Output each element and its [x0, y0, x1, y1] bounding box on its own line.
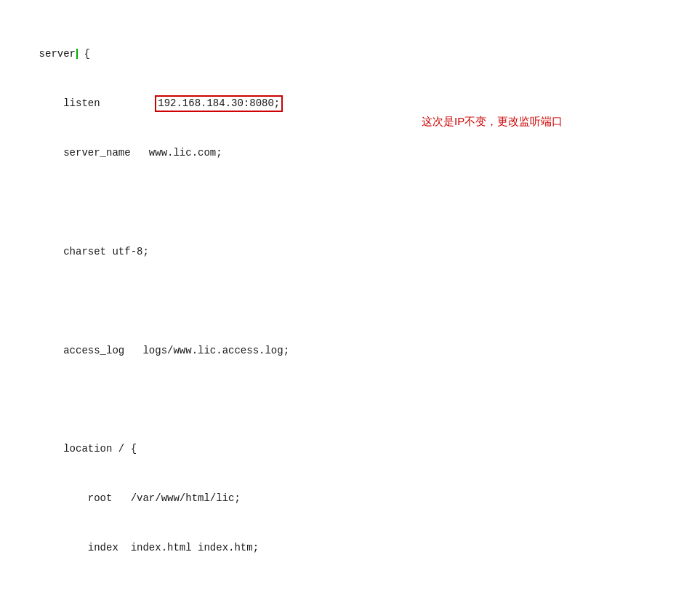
blank2	[15, 293, 669, 310]
code-container: server { listen 192.168.184.30:8080; ser…	[15, 7, 669, 616]
server1-root1: root /var/www/html/lic;	[15, 490, 669, 507]
annotation-text: 这次是IP不变，更改监听端口	[422, 115, 563, 129]
server1-listen-line: listen 192.168.184.30:8080;	[15, 95, 669, 113]
blank1	[15, 194, 669, 211]
server1-index1: index index.html index.htm;	[15, 540, 669, 556]
server1-accesslog-line: access_log logs/www.lic.access.log;	[15, 343, 669, 359]
blank4	[15, 589, 669, 606]
server1-charset-line: charset utf-8;	[15, 244, 669, 260]
cursor	[76, 49, 78, 59]
server1-location1-open: location / {	[15, 441, 669, 457]
blank3	[15, 391, 669, 408]
server1-servername-line: server_name www.lic.com;	[15, 145, 669, 161]
server1-listen-value: 192.168.184.30:8080;	[155, 95, 283, 113]
server1-open-line: server {	[15, 46, 669, 63]
server1-block: server { listen 192.168.184.30:8080; ser…	[15, 7, 669, 616]
